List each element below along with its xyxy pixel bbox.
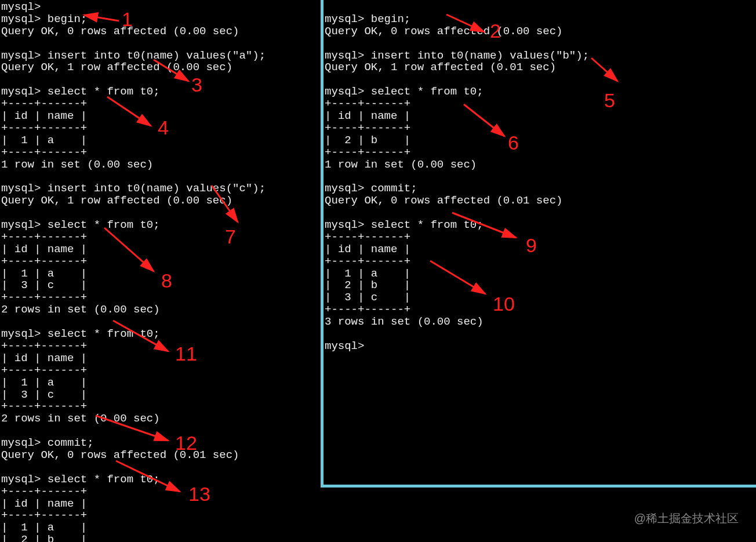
annotation-8: 8	[161, 270, 172, 292]
annotation-1: 1	[122, 9, 133, 30]
annotation-5: 5	[604, 90, 615, 111]
annotation-10: 10	[493, 293, 515, 315]
annotation-4: 4	[158, 117, 169, 139]
annotation-3: 3	[191, 74, 202, 96]
terminal-right[interactable]: mysql> begin; Query OK, 0 rows affected …	[324, 0, 756, 487]
annotation-12: 12	[175, 432, 197, 454]
annotation-9: 9	[526, 235, 537, 256]
watermark-text: @稀土掘金技术社区	[634, 512, 739, 525]
annotation-2: 2	[490, 20, 501, 42]
annotation-7: 7	[225, 226, 236, 248]
terminal-left[interactable]: mysql> mysql> begin; Query OK, 0 rows af…	[0, 0, 321, 542]
annotation-13: 13	[188, 483, 210, 505]
right-panel-bottom-border	[321, 485, 756, 488]
annotation-6: 6	[508, 132, 519, 154]
annotation-11: 11	[175, 343, 197, 365]
